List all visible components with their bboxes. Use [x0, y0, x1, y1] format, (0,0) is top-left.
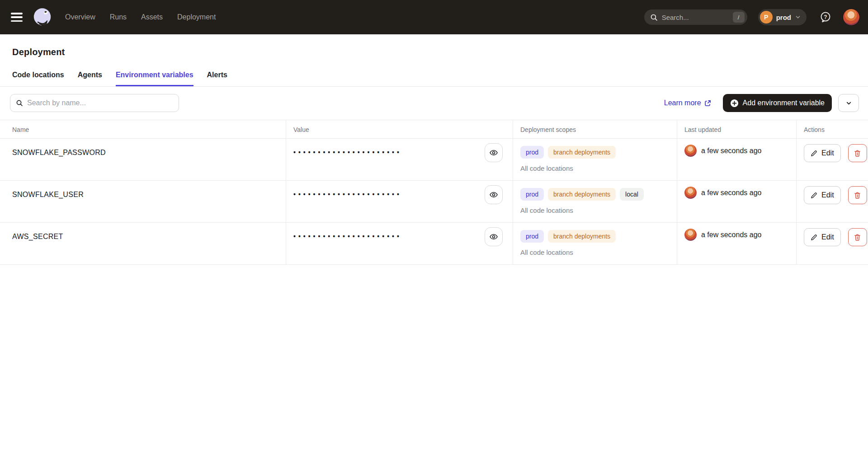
page-title: Deployment [0, 34, 868, 57]
reveal-value-button[interactable] [485, 185, 503, 204]
search-shortcut-badge: / [733, 12, 745, 23]
pencil-icon [811, 234, 817, 241]
table-row: AWS_SECRET •••••••••••••••••••••• prod b… [0, 223, 868, 265]
table-row: SNOWFLAKE_PASSWORD •••••••••••••••••••••… [0, 139, 868, 181]
code-locations-text: All code locations [520, 206, 670, 214]
external-link-icon [704, 100, 711, 107]
deployment-initial-badge: P [760, 11, 773, 23]
env-var-name: AWS_SECRET [12, 233, 63, 240]
user-avatar [684, 145, 697, 157]
plus-circle-icon [730, 99, 739, 108]
user-avatar [684, 229, 697, 241]
last-updated-text: a few seconds ago [701, 229, 761, 241]
code-locations-text: All code locations [520, 164, 670, 172]
last-updated-text: a few seconds ago [701, 145, 761, 157]
tab-environment-variables[interactable]: Environment variables [116, 71, 193, 86]
deployment-switcher[interactable]: P prod [758, 9, 807, 25]
more-options-button[interactable] [838, 94, 859, 112]
tab-agents[interactable]: Agents [78, 71, 102, 86]
deployment-switcher-label: prod [776, 14, 791, 21]
env-var-name: SNOWFLAKE_USER [12, 191, 84, 198]
global-search-input[interactable]: Search... / [644, 9, 747, 25]
help-icon[interactable]: ? [819, 11, 832, 23]
global-search-placeholder: Search... [662, 14, 729, 21]
add-environment-variable-button[interactable]: Add environment variable [723, 94, 832, 112]
scope-tag-branch-deployments: branch deployments [548, 188, 616, 201]
pencil-icon [811, 150, 817, 157]
masked-value: •••••••••••••••••••••• [293, 191, 402, 198]
eye-icon [489, 232, 498, 241]
nav-link-overview[interactable]: Overview [65, 13, 95, 21]
scope-tag-prod: prod [520, 146, 544, 159]
scope-tag-prod: prod [520, 230, 544, 243]
menu-icon[interactable] [11, 13, 23, 22]
column-header-scopes: Deployment scopes [513, 120, 677, 138]
code-locations-text: All code locations [520, 248, 670, 256]
add-environment-variable-label: Add environment variable [743, 99, 825, 107]
nav-link-runs[interactable]: Runs [110, 13, 127, 21]
chevron-down-icon [795, 14, 801, 20]
search-by-name-input[interactable] [27, 99, 173, 107]
last-updated-text: a few seconds ago [701, 187, 761, 199]
trash-icon [854, 192, 861, 199]
trash-icon [854, 150, 861, 157]
search-by-name-field[interactable] [10, 94, 179, 112]
tab-alerts[interactable]: Alerts [207, 71, 227, 86]
reveal-value-button[interactable] [485, 227, 503, 246]
table-header-row: Name Value Deployment scopes Last update… [0, 120, 868, 139]
eye-icon [489, 190, 498, 199]
user-avatar [684, 187, 697, 199]
chevron-down-icon [845, 100, 852, 107]
search-icon [650, 14, 658, 21]
edit-button-label: Edit [821, 233, 834, 241]
delete-button[interactable] [848, 186, 867, 204]
trash-icon [854, 234, 861, 241]
table-row: SNOWFLAKE_USER •••••••••••••••••••••• pr… [0, 181, 868, 223]
svg-text:?: ? [824, 14, 827, 20]
tab-bar: Code locations Agents Environment variab… [0, 71, 868, 87]
primary-nav-links: Overview Runs Assets Deployment [65, 13, 216, 21]
pencil-icon [811, 192, 817, 199]
env-var-name: SNOWFLAKE_PASSWORD [12, 149, 106, 156]
env-vars-table: Name Value Deployment scopes Last update… [0, 120, 868, 265]
delete-button[interactable] [848, 228, 867, 246]
search-icon [16, 99, 23, 107]
scope-tag-branch-deployments: branch deployments [548, 146, 616, 159]
learn-more-label: Learn more [664, 99, 701, 107]
nav-link-assets[interactable]: Assets [141, 13, 163, 21]
scope-tag-local: local [620, 188, 644, 201]
scope-tag-branch-deployments: branch deployments [548, 230, 616, 243]
learn-more-link[interactable]: Learn more [664, 99, 711, 107]
edit-button-label: Edit [821, 191, 834, 199]
nav-link-deployment[interactable]: Deployment [177, 13, 216, 21]
column-header-name: Name [0, 120, 286, 138]
edit-button[interactable]: Edit [804, 228, 841, 246]
edit-button[interactable]: Edit [804, 144, 841, 162]
column-header-actions: Actions [797, 120, 868, 138]
dagster-logo-icon[interactable] [32, 6, 53, 28]
column-header-value: Value [286, 120, 513, 138]
main-content: Deployment Code locations Agents Environ… [0, 34, 868, 265]
masked-value: •••••••••••••••••••••• [293, 149, 402, 156]
toolbar: Learn more Add environment variable [0, 87, 868, 112]
toolbar-actions: Learn more Add environment variable [664, 94, 859, 112]
tab-code-locations[interactable]: Code locations [12, 71, 64, 86]
edit-button[interactable]: Edit [804, 186, 841, 204]
delete-button[interactable] [848, 144, 867, 162]
scope-tag-prod: prod [520, 188, 544, 201]
edit-button-label: Edit [821, 149, 834, 157]
masked-value: •••••••••••••••••••••• [293, 233, 402, 240]
user-avatar[interactable] [843, 9, 860, 26]
top-nav: Overview Runs Assets Deployment Search..… [0, 0, 868, 34]
nav-right-cluster: Search... / P prod ? [644, 9, 860, 26]
column-header-updated: Last updated [677, 120, 797, 138]
eye-icon [489, 148, 498, 157]
reveal-value-button[interactable] [485, 143, 503, 162]
